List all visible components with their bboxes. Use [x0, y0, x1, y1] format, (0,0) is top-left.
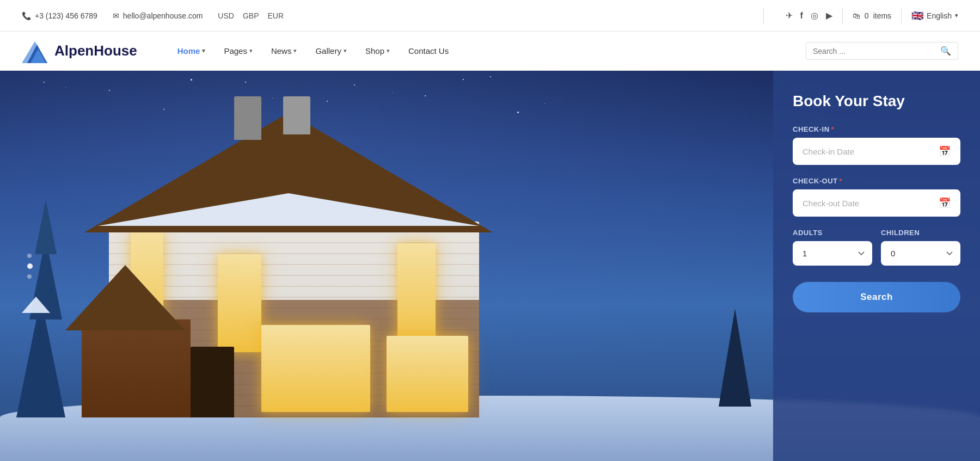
checkin-group: CHECK-IN* Check-in Date 📅: [793, 125, 960, 165]
tree-right-1: [719, 309, 751, 407]
nav-home-label: Home: [177, 46, 200, 56]
youtube-icon[interactable]: ▶: [826, 10, 832, 21]
checkout-placeholder: Check-out Date: [803, 199, 859, 208]
roof-snow-main: [98, 193, 479, 226]
divider-2: [842, 8, 843, 24]
currency-gbp[interactable]: GBP: [243, 11, 259, 20]
nav-pages[interactable]: Pages ▾: [216, 42, 260, 60]
tree-snow-1: [22, 297, 50, 313]
top-bar-right: ✈ f ◎ ▶ 🛍 0 items 🇬🇧 English ▾: [786, 8, 959, 24]
search-input[interactable]: [813, 47, 936, 56]
search-box[interactable]: 🔍: [806, 42, 958, 60]
currency-selector[interactable]: USD GBP EUR: [218, 11, 284, 20]
star-2: [191, 79, 192, 81]
star-6: [490, 76, 491, 77]
adults-children-group: ADULTS 1 2 3 4 CHILDREN 0 1 2 3: [793, 229, 960, 266]
window-garage-right: [387, 336, 468, 412]
star-12: [392, 93, 393, 93]
adults-group: ADULTS 1 2 3 4: [793, 229, 872, 266]
nav-shop-label: Shop: [365, 46, 384, 56]
language-label: English: [927, 11, 952, 20]
divider-1: [763, 8, 764, 24]
star-14: [517, 112, 519, 113]
checkout-calendar-icon: 📅: [939, 197, 951, 209]
facebook-icon[interactable]: f: [800, 11, 803, 21]
nav-contact[interactable]: Contact Us: [401, 42, 456, 60]
hero-section: Book Your Stay CHECK-IN* Check-in Date 📅…: [0, 71, 980, 461]
chimney-right: [283, 96, 310, 134]
star-10: [245, 82, 246, 83]
booking-panel: Book Your Stay CHECK-IN* Check-in Date 📅…: [773, 71, 980, 461]
top-bar-left: 📞 +3 (123) 456 6789 ✉ hello@alpenhouse.c…: [22, 11, 742, 20]
language-selector[interactable]: 🇬🇧 English ▾: [911, 10, 958, 22]
star-5: [425, 95, 426, 96]
nav-pages-chevron-icon: ▾: [249, 47, 253, 54]
search-button[interactable]: Search: [793, 282, 960, 312]
checkout-required: *: [840, 177, 843, 185]
adults-select[interactable]: 1 2 3 4: [793, 241, 872, 266]
children-group: CHILDREN 0 1 2 3: [881, 229, 960, 266]
nav-shop-chevron-icon: ▾: [387, 47, 390, 54]
nav-bar: AlpenHouse Home ▾ Pages ▾ News ▾ Gallery…: [0, 32, 980, 71]
currency-eur[interactable]: EUR: [268, 11, 284, 20]
house-lower-left: [82, 319, 191, 417]
phone-icon: 📞: [22, 11, 31, 20]
children-select[interactable]: 0 1 2 3: [881, 241, 960, 266]
cart-count: 0: [865, 11, 869, 20]
email-contact: ✉ hello@alpenhouse.com: [113, 11, 203, 20]
window-garage: [261, 325, 370, 412]
checkin-calendar-icon: 📅: [939, 145, 951, 157]
checkout-group: CHECK-OUT* Check-out Date 📅: [793, 177, 960, 217]
divider-3: [901, 8, 902, 24]
email-address: hello@alpenhouse.com: [123, 11, 203, 20]
nav-shop[interactable]: Shop ▾: [358, 42, 397, 60]
nav-news-chevron-icon: ▾: [293, 47, 297, 54]
phone-contact: 📞 +3 (123) 456 6789: [22, 11, 97, 20]
cart-area[interactable]: 🛍 0 items: [853, 11, 891, 20]
star-9: [163, 109, 164, 110]
checkout-label: CHECK-OUT*: [793, 177, 960, 185]
tripadvisor-icon[interactable]: ✈: [786, 10, 793, 21]
slide-dots: [27, 254, 33, 279]
nav-gallery-label: Gallery: [315, 46, 341, 56]
door: [191, 347, 234, 417]
cart-label: items: [873, 11, 891, 20]
checkin-label: CHECK-IN*: [793, 125, 960, 133]
search-icon[interactable]: 🔍: [940, 46, 951, 56]
checkin-required: *: [831, 125, 835, 133]
logo-icon: [22, 39, 48, 63]
nav-gallery-chevron-icon: ▾: [344, 47, 347, 54]
children-label: CHILDREN: [881, 229, 960, 237]
star-0: [44, 82, 45, 83]
star-7: [544, 103, 545, 104]
nav-home-chevron-icon: ▾: [202, 47, 205, 54]
currency-usd[interactable]: USD: [218, 11, 234, 20]
slide-dot-1[interactable]: [27, 254, 32, 258]
tree-left-1-peak: [35, 200, 57, 254]
nav-gallery[interactable]: Gallery ▾: [308, 42, 354, 60]
phone-number: +3 (123) 456 6789: [35, 11, 97, 20]
star-1: [109, 90, 110, 91]
language-chevron-icon: ▾: [955, 12, 958, 19]
checkin-input[interactable]: Check-in Date 📅: [793, 138, 960, 165]
nav-home[interactable]: Home ▾: [170, 42, 213, 60]
adults-label: ADULTS: [793, 229, 872, 237]
nav-contact-label: Contact Us: [408, 46, 449, 56]
slide-dot-2[interactable]: [27, 263, 33, 269]
nav-news-label: News: [271, 46, 292, 56]
star-4: [354, 84, 355, 85]
nav-pages-label: Pages: [224, 46, 247, 56]
top-bar: 📞 +3 (123) 456 6789 ✉ hello@alpenhouse.c…: [0, 0, 980, 32]
slide-dot-3[interactable]: [27, 274, 32, 279]
window-center: [218, 254, 261, 352]
instagram-icon[interactable]: ◎: [811, 10, 818, 21]
social-icons: ✈ f ◎ ▶: [786, 10, 832, 21]
star-3: [272, 98, 273, 99]
checkin-placeholder: Check-in Date: [803, 147, 854, 156]
star-8: [65, 87, 66, 88]
star-13: [463, 79, 464, 80]
logo[interactable]: AlpenHouse: [22, 39, 137, 63]
flag-icon: 🇬🇧: [911, 10, 923, 22]
checkout-input[interactable]: Check-out Date 📅: [793, 189, 960, 217]
nav-news[interactable]: News ▾: [264, 42, 305, 60]
